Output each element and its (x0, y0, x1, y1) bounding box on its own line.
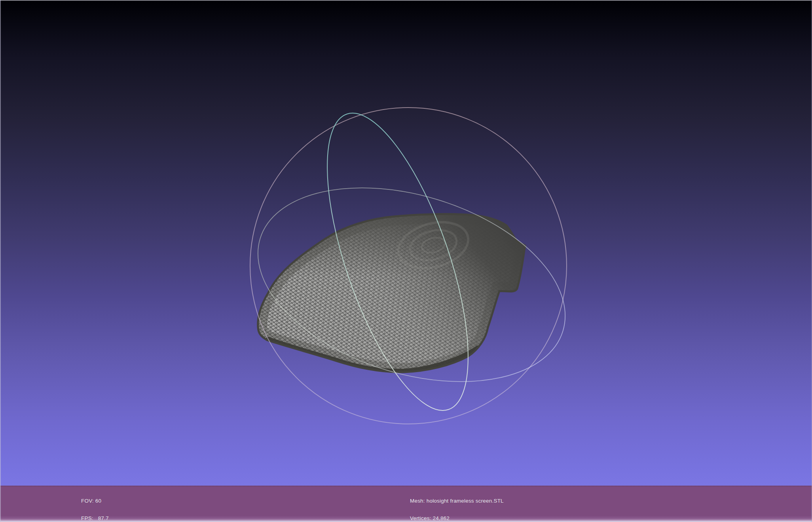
hud-render-info: FOV: 60 FPS: 87.7 BO_RENDERING (81, 487, 125, 522)
status-bar: FOV: 60 FPS: 87.7 BO_RENDERING Mesh: hol… (0, 486, 812, 522)
hud-mesh-info: Mesh: holosight frameless screen.STL Ver… (410, 487, 504, 522)
scene-canvas[interactable] (0, 0, 812, 486)
vertices-readout: Vertices: 24,862 (410, 516, 504, 522)
3d-viewport[interactable] (0, 0, 812, 486)
window-left-edge (0, 0, 1, 522)
meshlab-window: FOV: 60 FPS: 87.7 BO_RENDERING Mesh: hol… (0, 0, 812, 522)
fps-readout: FPS: 87.7 (81, 516, 125, 522)
mesh-name-readout: Mesh: holosight frameless screen.STL (410, 498, 504, 504)
mesh-model[interactable] (258, 214, 525, 372)
fov-readout: FOV: 60 (81, 498, 125, 504)
window-top-edge (0, 0, 812, 1)
